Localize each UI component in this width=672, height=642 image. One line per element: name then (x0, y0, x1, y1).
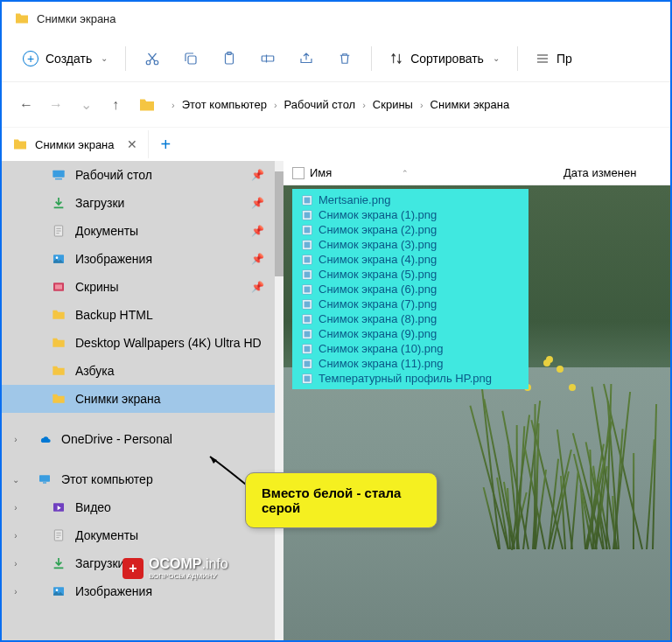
cut-button[interactable] (135, 43, 170, 74)
sort-icon (389, 52, 403, 66)
back-button[interactable]: ← (14, 93, 38, 117)
file-pane: Имя ⌃ Дата изменен Mertsanie.pngСнимок э… (284, 161, 670, 640)
col-name-label: Имя (310, 166, 332, 179)
sidebar-item-label: Загрузки (75, 196, 124, 210)
new-button[interactable]: + Создать ⌄ (14, 45, 116, 72)
collapse-icon[interactable]: ⌄ (9, 475, 23, 485)
column-header: Имя ⌃ Дата изменен (284, 161, 670, 185)
file-name: Снимок экрана (3).png (318, 238, 437, 251)
svg-rect-32 (304, 286, 311, 292)
expand-icon[interactable]: › (9, 587, 23, 597)
sidebar-item[interactable]: Рабочий стол📌 (2, 161, 275, 189)
copy-button[interactable] (173, 43, 208, 74)
file-item[interactable]: Снимок экрана (9).png (299, 326, 522, 341)
background-wallpaper: Mertsanie.pngСнимок экрана (1).pngСнимок… (284, 185, 670, 640)
sidebar-item[interactable]: Документы📌 (2, 217, 275, 245)
sidebar-item-label: Этот компьютер (61, 472, 153, 486)
image-file-icon (301, 254, 313, 266)
file-item[interactable]: Mertsanie.png (299, 192, 522, 207)
file-name: Снимок экрана (2).png (318, 223, 437, 236)
select-all-checkbox[interactable] (292, 167, 304, 179)
svg-rect-30 (304, 271, 311, 277)
window-title: Снимки экрана (37, 12, 116, 25)
breadcrumb[interactable]: › Этот компьютер › Рабочий стол › Скрины… (166, 94, 511, 115)
file-item[interactable]: Снимок экрана (4).png (299, 252, 522, 267)
sidebar-item[interactable]: Загрузки📌 (2, 189, 275, 217)
image-file-icon (301, 239, 313, 251)
svg-rect-12 (55, 284, 62, 289)
file-name: Снимок экрана (4).png (318, 253, 437, 266)
scrollbar[interactable] (275, 161, 284, 640)
sidebar-item[interactable]: Азбука (2, 357, 275, 385)
separator (125, 46, 126, 71)
pin-icon: 📌 (251, 169, 264, 181)
delete-button[interactable] (327, 43, 362, 74)
sidebar-item-label: OneDrive - Personal (61, 432, 172, 446)
up-button[interactable]: ↑ (103, 93, 128, 117)
view-button[interactable]: Пр (527, 46, 581, 71)
sidebar-item[interactable]: Desktop Wallpapers (4K) Ultra HD (2, 329, 275, 357)
expand-icon[interactable]: › (9, 503, 23, 513)
file-item[interactable]: Снимок экрана (2).png (299, 222, 522, 237)
chevron-down-icon: ⌄ (493, 53, 500, 63)
sidebar-item-label: Изображения (75, 584, 152, 598)
file-item[interactable]: Снимок экрана (5).png (299, 267, 522, 282)
folder-icon (14, 12, 30, 24)
pictures-icon (51, 584, 66, 598)
file-item[interactable]: Снимок экрана (10).png (299, 341, 522, 356)
crumb[interactable]: Снимки экрана (429, 94, 512, 115)
forward-button[interactable]: → (44, 93, 68, 117)
sidebar-onedrive[interactable]: ›OneDrive - Personal (2, 425, 275, 453)
recent-button[interactable]: ⌄ (74, 93, 98, 117)
watermark: + OCOMP.info ВОПРОСЫ АДМИНУ (122, 556, 228, 580)
sidebar-item[interactable]: Backup HTML (2, 301, 275, 329)
expand-icon[interactable]: › (9, 559, 23, 569)
sidebar-item-label: Рабочий стол (75, 168, 152, 182)
file-item[interactable]: Снимок экрана (6).png (299, 282, 522, 297)
tab-screenshots[interactable]: Снимки экрана ✕ (2, 130, 149, 158)
scrollbar-thumb[interactable] (275, 171, 284, 276)
crumb[interactable]: Рабочий стол (283, 94, 358, 115)
expand-icon[interactable]: › (9, 531, 23, 541)
file-name: Снимок экрана (10).png (318, 342, 444, 355)
file-name: Снимок экрана (5).png (318, 268, 437, 281)
download-icon (51, 556, 66, 570)
sidebar-item[interactable]: Снимки экрана (2, 385, 275, 413)
screenshot-icon (51, 280, 66, 294)
chevron-right-icon: › (415, 100, 429, 110)
column-name[interactable]: Имя ⌃ (284, 163, 555, 183)
crumb[interactable]: Этот компьютер (180, 94, 269, 115)
sort-button[interactable]: Сортировать ⌄ (381, 46, 508, 71)
file-item[interactable]: Снимок экрана (8).png (299, 311, 522, 326)
pin-icon: 📌 (251, 281, 264, 293)
svg-rect-7 (55, 178, 62, 179)
svg-rect-5 (262, 56, 274, 61)
share-button[interactable] (289, 43, 324, 74)
new-tab-button[interactable]: + (149, 135, 184, 155)
sidebar-item[interactable]: Скрины📌 (2, 273, 275, 301)
column-date[interactable]: Дата изменен (555, 163, 645, 183)
file-item[interactable]: Снимок экрана (3).png (299, 237, 522, 252)
file-item[interactable]: Температурный профиль HP.png (299, 371, 522, 386)
file-item[interactable]: Снимок экрана (11).png (299, 356, 522, 371)
file-item[interactable]: Снимок экрана (7).png (299, 297, 522, 311)
svg-rect-38 (304, 331, 311, 337)
close-icon[interactable]: ✕ (127, 137, 137, 151)
sidebar-item[interactable]: ›Изображения (2, 577, 275, 605)
svg-rect-6 (52, 171, 64, 178)
chevron-down-icon: ⌄ (101, 53, 108, 63)
svg-rect-42 (304, 360, 311, 366)
pin-icon: 📌 (251, 197, 264, 209)
image-file-icon (301, 358, 313, 370)
tab-label: Снимки экрана (35, 138, 115, 151)
paste-button[interactable] (212, 43, 247, 74)
expand-icon[interactable]: › (9, 435, 23, 444)
rename-button[interactable] (250, 43, 285, 74)
crumb[interactable]: Скрины (371, 94, 415, 115)
sidebar-item[interactable]: ›Документы (2, 521, 275, 549)
file-item[interactable]: Снимок экрана (1).png (299, 207, 522, 222)
video-icon (51, 500, 66, 514)
sidebar-item[interactable]: Изображения📌 (2, 245, 275, 273)
view-label: Пр (556, 52, 572, 66)
watermark-brand: OCOMP (149, 556, 201, 571)
